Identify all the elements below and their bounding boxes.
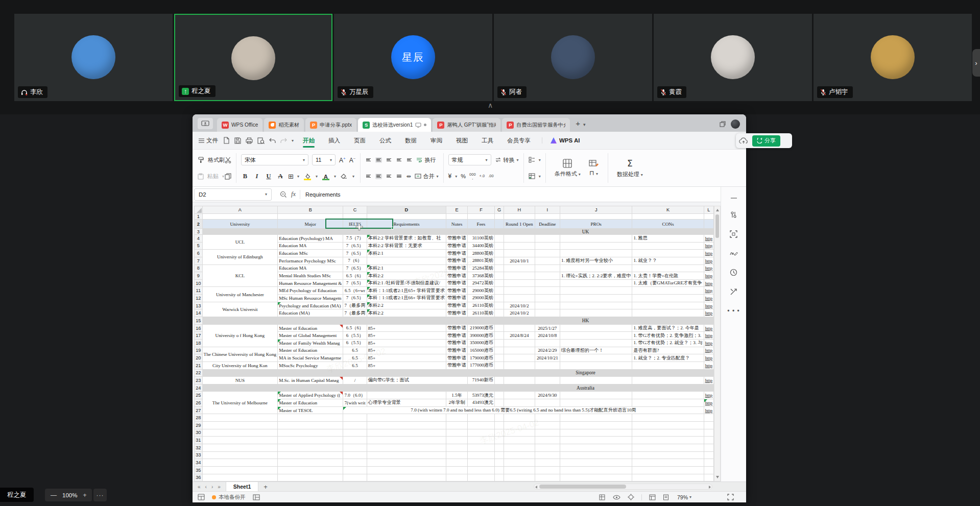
grid-cell[interactable] xyxy=(202,414,278,422)
grid-cell[interactable] xyxy=(560,287,632,295)
borders-button[interactable]: ⊞ xyxy=(288,173,294,180)
grid-cell[interactable] xyxy=(560,235,632,243)
grid-cell[interactable] xyxy=(632,302,704,309)
grid-cell[interactable]: 带雅申请 xyxy=(446,332,468,340)
grid-cell[interactable]: 带雅申请 xyxy=(446,295,468,302)
grid-cell[interactable] xyxy=(367,437,446,444)
grid-cell[interactable]: 本科2:1 xyxy=(367,264,446,272)
grid-cell[interactable]: 7（6.5） xyxy=(343,242,367,250)
grid-cell[interactable] xyxy=(632,377,704,384)
scroll-right-icon[interactable] xyxy=(709,486,711,489)
grid-cell[interactable] xyxy=(535,459,560,467)
align-bottom-icon[interactable] xyxy=(386,157,392,163)
row-header-30[interactable]: 30 xyxy=(195,429,203,437)
grid-cell[interactable] xyxy=(560,309,632,317)
grid-cell[interactable] xyxy=(632,422,704,429)
grid-cell[interactable]: http xyxy=(704,242,713,250)
grid-cell[interactable]: 43493澳元 xyxy=(467,399,494,407)
participant-tile[interactable]: ↑程之夏 xyxy=(174,14,332,101)
grid-cell[interactable]: 7（最多两 xyxy=(343,309,367,317)
grid-cell[interactable] xyxy=(467,214,494,220)
grid-cell[interactable]: Warwick Universit xyxy=(202,302,278,317)
grid-cell[interactable] xyxy=(535,444,560,451)
row-header-20[interactable]: 20 xyxy=(195,354,203,362)
grid-cell[interactable] xyxy=(504,324,535,332)
grid-cell[interactable] xyxy=(495,399,504,407)
grid-cell[interactable] xyxy=(704,429,713,437)
grid-cell[interactable]: 29000英镑 xyxy=(467,287,494,295)
grid-cell[interactable]: 85+ xyxy=(367,347,446,354)
grid-cell[interactable] xyxy=(704,220,713,229)
menu-开始[interactable]: 开始 xyxy=(302,134,316,147)
align-top-icon[interactable] xyxy=(365,157,372,163)
increase-font-icon[interactable]: A+ xyxy=(339,156,346,164)
selection-target-icon[interactable] xyxy=(628,494,634,500)
grid-cell[interactable]: 28801英镑 xyxy=(467,257,494,264)
grid-cell[interactable] xyxy=(504,214,535,220)
grid-cell[interactable] xyxy=(367,466,446,474)
grid-cell[interactable] xyxy=(495,451,504,459)
grid-cell[interactable] xyxy=(560,466,632,474)
horizontal-scroll-thumb[interactable] xyxy=(539,485,626,489)
grid-cell[interactable] xyxy=(504,250,535,257)
grid-cell[interactable]: Education (Psychology) MA xyxy=(278,235,343,243)
grid-cell[interactable]: 6.5 xyxy=(343,354,367,362)
grid-cell[interactable]: MA in Social Service Manageme xyxy=(278,354,343,362)
grid-cell[interactable]: http xyxy=(704,347,713,354)
grid-cell[interactable]: 31100英镑 xyxy=(467,235,494,243)
grid-cell[interactable]: 带雅申请 xyxy=(446,362,468,369)
share-button[interactable]: 分享 xyxy=(752,135,780,147)
grid-cell[interactable] xyxy=(495,287,504,295)
grid-cell[interactable] xyxy=(504,459,535,467)
grid-cell[interactable] xyxy=(535,302,560,309)
grid-cell[interactable] xyxy=(278,459,343,467)
grid-cell[interactable]: http xyxy=(704,399,713,407)
underline-button[interactable]: U xyxy=(265,173,273,180)
grid-cell[interactable] xyxy=(560,214,632,220)
grid-cell[interactable]: 带雅申请 xyxy=(446,324,468,332)
grid-cell[interactable]: Master of Applied Psychology (( xyxy=(278,392,343,399)
grid-cell[interactable] xyxy=(495,302,504,309)
cloud-upload-icon[interactable] xyxy=(739,137,748,144)
grid-cell[interactable]: M.Sc. in Human Capital Manag xyxy=(278,377,343,384)
row-header-13[interactable]: 13 xyxy=(195,302,203,309)
grid-cell[interactable] xyxy=(202,459,278,467)
participant-tile[interactable]: 星辰万星辰 xyxy=(334,14,492,101)
grid-cell[interactable]: 2025/1/27 xyxy=(535,324,560,332)
grid-cell[interactable] xyxy=(535,339,560,347)
increase-decimal-icon[interactable]: +.0 xyxy=(480,174,485,178)
grid-cell[interactable] xyxy=(632,451,704,459)
grid-cell[interactable] xyxy=(495,257,504,264)
participant-tile[interactable]: 黄霞 xyxy=(654,14,812,101)
grid-cell[interactable] xyxy=(278,414,343,422)
decrease-font-icon[interactable]: A− xyxy=(349,156,356,164)
grid-cell[interactable] xyxy=(504,429,535,437)
align-left-icon[interactable] xyxy=(365,174,372,179)
grid-cell[interactable] xyxy=(446,466,468,474)
grid-cell[interactable]: Master of Family Wealth Manag xyxy=(278,339,343,347)
grid-cell[interactable]: Major xyxy=(278,220,343,229)
select-all-corner[interactable] xyxy=(195,206,203,214)
row-header-18[interactable]: 18 xyxy=(195,339,203,347)
cell-name-box[interactable]: D2▾ xyxy=(194,188,272,201)
percent-format-icon[interactable]: % xyxy=(461,173,466,179)
grid-cell[interactable] xyxy=(495,362,504,369)
grid-cell[interactable]: http xyxy=(704,339,713,347)
grid-cell[interactable]: PROs xyxy=(560,220,632,229)
grid-cell[interactable] xyxy=(278,474,343,481)
grid-cell[interactable] xyxy=(704,444,713,451)
grid-cell[interactable] xyxy=(560,444,632,451)
grid-cell[interactable] xyxy=(560,250,632,257)
grid-cell[interactable]: Psychology and Education (MA) xyxy=(278,302,343,309)
grid-cell[interactable] xyxy=(202,444,278,451)
grid-cell[interactable] xyxy=(704,214,713,220)
menu-页面[interactable]: 页面 xyxy=(353,134,367,147)
grid-cell[interactable] xyxy=(278,214,343,220)
grid-cell[interactable]: 2024/10/2 xyxy=(504,309,535,317)
grid-cell[interactable]: http xyxy=(704,264,713,272)
justify-icon[interactable] xyxy=(396,174,402,179)
grid-cell[interactable] xyxy=(632,214,704,220)
grid-cell[interactable]: 本科：1:1或者2:1且65+ 学科背景要求 xyxy=(367,287,446,295)
currency-format-icon[interactable]: ¥ xyxy=(448,173,452,180)
grid-cell[interactable]: 本科：1:1或者2:1且66+ 学科背景要求 xyxy=(367,295,446,302)
